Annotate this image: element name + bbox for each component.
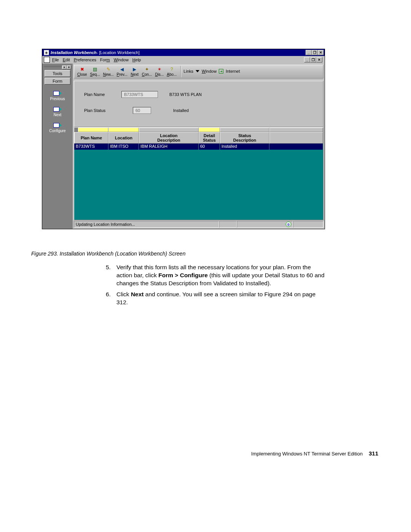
status-cell-4	[293, 221, 323, 228]
menu-bar: File Edit Preferences Form Window Help _…	[42, 56, 325, 64]
internet-icon: ➜	[219, 69, 223, 73]
sidebar-action-label: Previous	[50, 97, 65, 101]
toolbar-button-seq[interactable]: ▤Seq...	[89, 66, 102, 77]
document-icon	[44, 57, 50, 63]
grid-filter-statusdesc[interactable]	[220, 128, 269, 132]
sidebar-dropdown-icon[interactable]: ▾	[62, 66, 67, 69]
status-cell-2	[219, 221, 237, 228]
sidebar: ▾ ✕ Tools Form Previous Next Configure	[42, 64, 73, 229]
con-icon: ✦	[144, 66, 150, 72]
plan-status-label: Plan Status	[84, 108, 121, 113]
seq-icon: ▤	[92, 66, 98, 72]
menu-preferences[interactable]: Preferences	[74, 58, 96, 62]
instruction-body: Click Next and continue. You will see a …	[116, 291, 326, 307]
mdi-minimize-button[interactable]: _	[304, 57, 310, 62]
abo-icon: ?	[169, 66, 175, 72]
title-bar: ◉ Installation Workbench - [Location Wor…	[42, 49, 325, 56]
grid-filter-location[interactable]	[108, 128, 139, 132]
grid-filter-row	[74, 128, 323, 132]
plan-status-field[interactable]: 60	[133, 107, 151, 114]
links-label: Links	[183, 69, 193, 73]
toolbar-button-label: Prev...	[117, 72, 127, 77]
title-appname: Installation Workbench	[51, 50, 97, 55]
toolbar-button-label: Abo...	[167, 72, 177, 77]
footer-text: Implementing Windows NT Terminal Server …	[251, 451, 363, 457]
grid-head-plan-name[interactable]: Plan Name	[74, 132, 108, 144]
toolbar-button-label: Con...	[142, 72, 152, 77]
sidebar-tab-form[interactable]: Form	[45, 78, 70, 85]
data-grid: Plan Name Location LocationDescription D…	[74, 127, 323, 220]
menu-window[interactable]: Window	[114, 58, 129, 62]
grid-body[interactable]: B733WTS IBM ITSO IBM RALEIGH 60 Installe…	[74, 144, 323, 220]
instruction-number: 5.	[106, 264, 116, 288]
new-icon: ✎	[105, 66, 112, 72]
grid-header-row: Plan Name Location LocationDescription D…	[74, 132, 323, 144]
grid-filter-locdesc[interactable]	[139, 128, 199, 132]
close-button[interactable]: ✕	[318, 50, 324, 55]
grid-filter-detail[interactable]	[199, 128, 220, 132]
cell-detail-status: 60	[199, 144, 220, 150]
sidebar-action-configure[interactable]: Configure	[42, 122, 73, 133]
status-text: Updating Location Information...	[74, 221, 219, 228]
mdi-restore-button[interactable]: ❐	[310, 57, 316, 62]
sidebar-grip: ▾ ✕	[44, 66, 71, 70]
link-window[interactable]: Window	[202, 69, 217, 73]
instruction-body: Verify that this form lists all the nece…	[116, 264, 326, 288]
minimize-button[interactable]: _	[306, 50, 312, 55]
form-panel: Plan Name B733WTS B733 WTS PLAN Plan Sta…	[74, 81, 323, 127]
toolbar-button-label: Next	[131, 72, 139, 77]
sidebar-action-label: Configure	[49, 129, 65, 133]
toolbar-button-label: Dis...	[155, 72, 164, 77]
toolbar-separator	[180, 66, 181, 77]
plan-name-label: Plan Name	[84, 92, 121, 97]
grid-head-loc-desc[interactable]: LocationDescription	[139, 132, 199, 144]
menu-help[interactable]: Help	[132, 58, 141, 62]
toolbar-button-new[interactable]: ✎New...	[102, 66, 115, 77]
cell-status-desc: Installed	[220, 144, 269, 150]
previous-icon	[53, 90, 62, 96]
sidebar-action-next[interactable]: Next	[42, 106, 73, 117]
grid-filter-plan[interactable]	[78, 128, 108, 132]
cell-plan-name: B733WTS	[74, 144, 108, 150]
toolbar-button-prev[interactable]: ◀Prev...	[115, 66, 129, 77]
cell-loc-desc: IBM RALEIGH	[139, 144, 199, 150]
plan-status-display: Installed	[173, 108, 189, 113]
next-icon	[53, 106, 62, 112]
maximize-button[interactable]: ❐	[312, 50, 318, 55]
globe-status-icon: ◍	[286, 222, 291, 227]
plan-name-field[interactable]: B733WTS	[121, 91, 158, 98]
toolbar: ✖Close▤Seq...✎New...◀Prev...▶Next✦Con...…	[74, 65, 323, 78]
toolbar-button-con[interactable]: ✦Con...	[140, 66, 154, 77]
toolbar-button-next[interactable]: ▶Next	[129, 66, 140, 77]
configure-icon	[53, 122, 62, 128]
next-icon: ▶	[132, 66, 138, 72]
sidebar-close-icon[interactable]: ✕	[67, 66, 71, 69]
menu-file[interactable]: File	[52, 58, 59, 62]
menu-edit[interactable]: Edit	[63, 58, 70, 62]
page-footer: Implementing Windows NT Terminal Server …	[0, 450, 411, 457]
status-bar: Updating Location Information... ◍	[74, 221, 323, 228]
toolbar-button-abo[interactable]: ?Abo...	[165, 66, 178, 77]
app-window: ◉ Installation Workbench - [Location Wor…	[42, 49, 325, 229]
toolbar-button-label: Seq...	[90, 72, 100, 77]
toolbar-button-dis[interactable]: ✶Dis...	[153, 66, 165, 77]
grid-head-detail-status[interactable]: DetailStatus	[199, 132, 220, 144]
sidebar-action-label: Next	[54, 113, 62, 117]
toolbar-button-close[interactable]: ✖Close	[76, 66, 89, 77]
links-dropdown-icon[interactable]	[196, 70, 199, 72]
sidebar-tab-tools[interactable]: Tools	[45, 70, 70, 77]
grid-head-location[interactable]: Location	[108, 132, 139, 144]
status-cell-3: ◍	[237, 221, 293, 228]
grid-head-status-desc[interactable]: StatusDescription	[220, 132, 269, 144]
close-icon: ✖	[79, 66, 85, 72]
toolbar-button-label: Close	[77, 72, 87, 77]
sidebar-action-previous[interactable]: Previous	[42, 90, 73, 101]
menu-form[interactable]: Form	[100, 58, 110, 62]
instruction-list: 5.Verify that this form lists all the ne…	[106, 262, 326, 310]
instruction-item: 6.Click Next and continue. You will see …	[106, 291, 326, 307]
link-internet[interactable]: Internet	[226, 69, 240, 73]
toolbar-button-label: New...	[103, 72, 114, 77]
table-row[interactable]: B733WTS IBM ITSO IBM RALEIGH 60 Installe…	[74, 144, 323, 150]
mdi-close-button[interactable]: ✕	[316, 57, 322, 62]
page-number: 311	[369, 450, 378, 457]
